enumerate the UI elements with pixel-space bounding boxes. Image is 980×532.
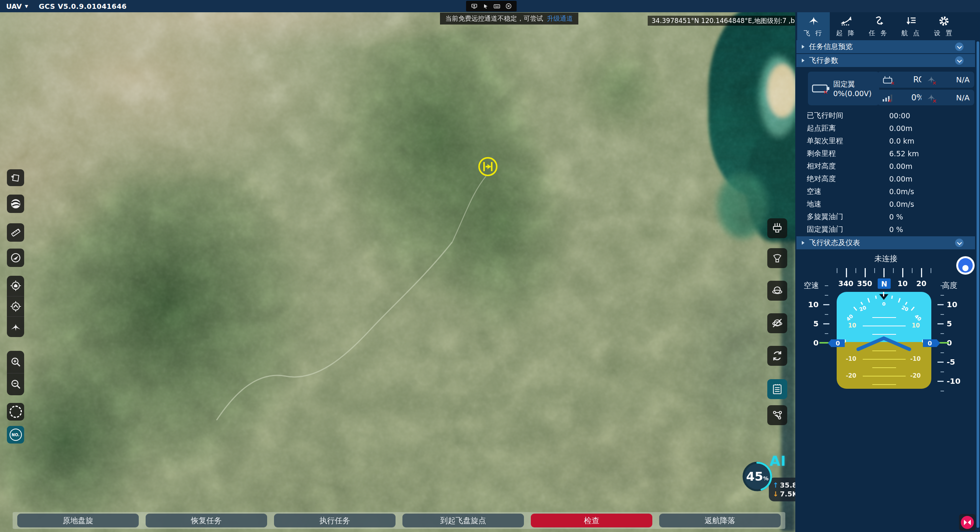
- tab-label: 航 点: [901, 29, 921, 38]
- airspeed-value-box: 0: [831, 339, 845, 347]
- tab-label: 设 置: [934, 29, 954, 38]
- return-land-button[interactable]: 返航降落: [659, 514, 781, 527]
- base-station-icon: [772, 223, 783, 234]
- tab-takeoff-landing[interactable]: 起 降: [830, 12, 862, 40]
- locate-plane-button[interactable]: [7, 296, 24, 317]
- refresh-icon: [772, 350, 783, 362]
- drone-drop-icon: [772, 253, 783, 264]
- percent-sign: %: [763, 475, 768, 481]
- param-value: 00:00: [889, 111, 910, 120]
- keyboard-icon[interactable]: [494, 3, 500, 9]
- globe-view-button[interactable]: [767, 281, 787, 301]
- globe-icon: [772, 285, 783, 296]
- battery-value: 0%(0.00V): [833, 89, 872, 98]
- base-station-button[interactable]: [767, 218, 787, 238]
- drone-drop-button[interactable]: [767, 248, 787, 268]
- error-x-icon: ✕: [891, 80, 895, 86]
- param-value: 0.00m: [889, 175, 913, 183]
- datalink2-card: ✕ N/A: [921, 90, 974, 105]
- execute-mission-button[interactable]: 执行任务: [274, 514, 396, 527]
- section-title: 任务信息预览: [809, 42, 853, 52]
- globe-off-icon: [772, 318, 783, 329]
- signal-bars-icon: ✕: [882, 93, 893, 102]
- plane-icon: [10, 321, 21, 333]
- chevron-down-icon: ▼: [25, 4, 28, 9]
- no-fly-zone-button[interactable]: NO.: [7, 426, 24, 444]
- section-mission-info[interactable]: 任务信息预览: [796, 40, 975, 53]
- param-value: 6.52 km: [889, 149, 919, 158]
- section-flight-params[interactable]: 飞行参数: [796, 54, 975, 67]
- screen-share-icon[interactable]: [471, 3, 478, 10]
- stream-progress-circle[interactable]: 45 %: [742, 461, 773, 492]
- measure-button[interactable]: [7, 223, 24, 242]
- param-label: 地速: [807, 199, 889, 209]
- section-flight-status[interactable]: 飞行状态及仪表: [796, 236, 975, 249]
- mission-route-icon: [873, 15, 885, 27]
- app-menu[interactable]: UAV ▼: [6, 2, 28, 10]
- notes-button[interactable]: [767, 379, 787, 399]
- gear-icon: [938, 15, 950, 27]
- check-button[interactable]: 检查: [531, 514, 652, 527]
- map-coordinates: 34.3978451°N 120.1464848°E,地图级别:7 ,bps: …: [648, 16, 814, 26]
- floating-assistant-ball[interactable]: [956, 256, 975, 275]
- param-label: 相对高度: [807, 161, 889, 171]
- tab-flight[interactable]: 飞 行: [797, 12, 830, 40]
- upload-arrow-icon: ↑: [773, 481, 778, 489]
- airspeed-axis-label: 空速: [804, 280, 819, 291]
- chevron-down-icon[interactable]: [955, 43, 964, 51]
- refresh-button[interactable]: [767, 346, 787, 366]
- tab-settings[interactable]: 设 置: [927, 12, 960, 40]
- pointer-icon[interactable]: [483, 3, 489, 9]
- tray-app-button[interactable]: [959, 514, 976, 531]
- satellite-map[interactable]: [0, 12, 795, 532]
- drone-link-icon: ✕: [926, 75, 937, 84]
- upgrade-channel-link[interactable]: 升级通道: [547, 14, 573, 23]
- tab-waypoints[interactable]: 航 点: [895, 12, 927, 40]
- zoom-out-button[interactable]: [7, 373, 24, 396]
- polygon-route-button[interactable]: [767, 405, 787, 425]
- triangle-right-icon: [802, 45, 804, 49]
- zoom-out-icon: [10, 378, 21, 390]
- heading-mode-button[interactable]: [7, 249, 24, 267]
- param-label: 固定翼油门: [807, 224, 889, 234]
- vehicle-type: 固定翼: [833, 79, 872, 89]
- param-value: 0 %: [889, 213, 903, 221]
- mirror-app-icon: [961, 516, 974, 529]
- drone-link-icon: ✕: [926, 93, 937, 102]
- zoom-in-button[interactable]: [7, 351, 24, 373]
- screenshare-toolbar: [466, 1, 517, 11]
- resume-mission-button[interactable]: 恢复任务: [146, 514, 267, 527]
- close-icon[interactable]: [506, 3, 512, 9]
- tab-mission[interactable]: 任 务: [862, 12, 895, 40]
- zoom-button-group: [7, 351, 24, 395]
- notification-text: 当前免费远控通道不稳定，可尝试: [445, 14, 543, 23]
- signal-card: ✕ 0%: [877, 90, 929, 105]
- locate-home-button[interactable]: [7, 276, 24, 296]
- panel-scrollbar[interactable]: [977, 41, 979, 528]
- goto-takeoff-loiter-button[interactable]: 到起飞盘旋点: [402, 514, 524, 527]
- app-title: GCS V5.0.9.01041646: [39, 2, 126, 10]
- selection-circle-button[interactable]: [7, 403, 24, 421]
- section-title: 飞行状态及仪表: [809, 238, 860, 248]
- earth-layer-button[interactable]: [7, 195, 24, 213]
- assistant-icon: [958, 258, 973, 273]
- globe-off-button[interactable]: [767, 313, 787, 333]
- altitude-scale-label: 10: [947, 300, 957, 309]
- chevron-down-icon[interactable]: [955, 56, 964, 65]
- altitude-pointer-tip: [937, 339, 940, 347]
- link1-value: N/A: [956, 75, 970, 84]
- hover-in-place-button[interactable]: 原地盘旋: [17, 514, 139, 527]
- param-label: 绝对高度: [807, 174, 889, 184]
- map-clip-button[interactable]: [7, 169, 24, 186]
- no-fly-icon: NO.: [10, 429, 22, 441]
- connection-status: 未连接: [797, 254, 975, 264]
- follow-plane-button[interactable]: [7, 316, 24, 337]
- triangle-right-icon: [802, 59, 804, 62]
- flight-plane-icon: [808, 15, 820, 27]
- home-marker[interactable]: [478, 156, 498, 177]
- rc-card: ✕ RC: [877, 72, 929, 88]
- error-x-icon: ✕: [888, 98, 892, 104]
- altitude-scale-label: -5: [947, 357, 955, 367]
- param-value: 0.00m: [889, 162, 913, 170]
- chevron-down-icon[interactable]: [955, 239, 964, 247]
